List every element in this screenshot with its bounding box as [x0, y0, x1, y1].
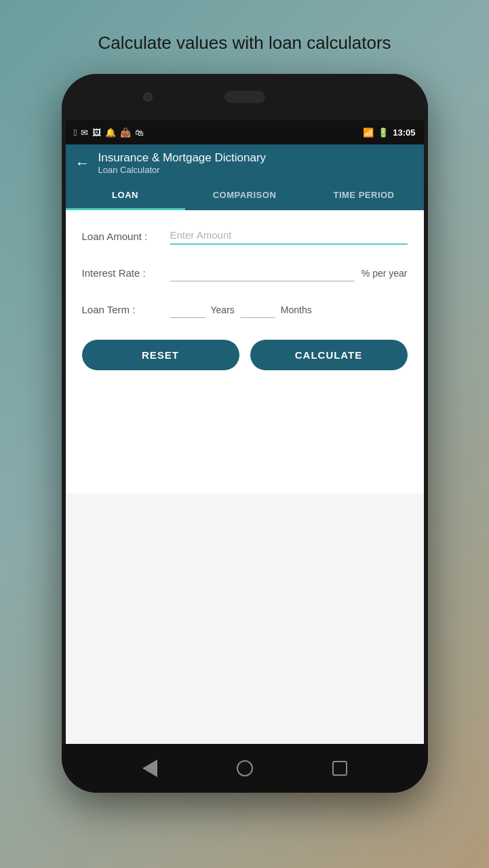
content-area: Loan Amount : Interest Rate : % per year… — [66, 210, 424, 494]
loan-amount-row: Loan Amount : — [82, 226, 408, 245]
front-camera — [143, 92, 153, 102]
empty-content-area — [66, 494, 424, 745]
back-button[interactable]: ← — [75, 155, 90, 172]
months-label: Months — [281, 304, 312, 318]
top-bezel — [62, 74, 428, 120]
interest-rate-unit: % per year — [361, 268, 408, 281]
interest-rate-input[interactable] — [170, 264, 355, 281]
status-time: 13:05 — [393, 127, 415, 138]
notification-icon: 🔔 — [105, 127, 116, 138]
tab-bar: LOAN COMPARISON TIME PERIOD — [66, 182, 424, 210]
app-subtitle: Loan Calculator — [98, 165, 267, 175]
bottom-bezel — [62, 744, 428, 793]
back-nav-icon — [142, 760, 157, 777]
loan-term-label: Loan Term : — [82, 304, 163, 318]
loan-term-years-input[interactable] — [170, 300, 206, 318]
back-nav-button[interactable] — [140, 759, 159, 778]
recent-nav-icon — [332, 761, 347, 776]
app-title: Insurance & Mortgage Dictionary — [98, 151, 267, 165]
loan-term-months-input[interactable] — [240, 300, 275, 318]
image-icon: 🖼 — [92, 127, 101, 138]
signal-icon: 📶 — [363, 127, 374, 138]
years-label: Years — [211, 304, 235, 318]
home-nav-icon — [237, 760, 253, 776]
status-icons-left:  ✉ 🖼 🔔 👜 🛍 — [74, 127, 144, 138]
loan-term-inputs: Years Months — [170, 300, 312, 318]
status-icons-right: 📶 🔋 13:05 — [363, 127, 415, 138]
interest-rate-row: Interest Rate : % per year — [82, 264, 408, 281]
loan-amount-label: Loan Amount : — [82, 231, 163, 245]
recent-nav-button[interactable] — [330, 759, 349, 778]
app-header: ← Insurance & Mortgage Dictionary Loan C… — [66, 144, 424, 182]
phone-screen:  ✉ 🖼 🔔 👜 🛍 📶 🔋 13:05 ← Insurance & Mort… — [66, 120, 424, 744]
bag-icon: 👜 — [120, 127, 131, 138]
battery-icon: 🔋 — [378, 127, 389, 138]
action-buttons: RESET CALCULATE — [82, 340, 408, 370]
tab-time-period[interactable]: TIME PERIOD — [305, 182, 424, 210]
bag2-icon: 🛍 — [135, 127, 144, 138]
status-bar:  ✉ 🖼 🔔 👜 🛍 📶 🔋 13:05 — [66, 120, 424, 144]
phone-shell:  ✉ 🖼 🔔 👜 🛍 📶 🔋 13:05 ← Insurance & Mort… — [62, 74, 428, 793]
phone-speaker — [224, 91, 265, 103]
loan-amount-input[interactable] — [170, 226, 408, 245]
home-nav-button[interactable] — [235, 759, 254, 778]
loan-term-row: Loan Term : Years Months — [82, 300, 408, 318]
tab-loan[interactable]: LOAN — [66, 182, 185, 210]
facebook-icon:  — [74, 127, 77, 138]
page-title: Calculate values with loan calculators — [71, 33, 418, 54]
interest-rate-label: Interest Rate : — [82, 267, 163, 281]
mail-icon: ✉ — [81, 127, 88, 138]
calculate-button[interactable]: CALCULATE — [250, 340, 408, 370]
reset-button[interactable]: RESET — [82, 340, 239, 370]
app-header-text: Insurance & Mortgage Dictionary Loan Cal… — [98, 151, 267, 175]
tab-comparison[interactable]: COMPARISON — [185, 182, 305, 210]
